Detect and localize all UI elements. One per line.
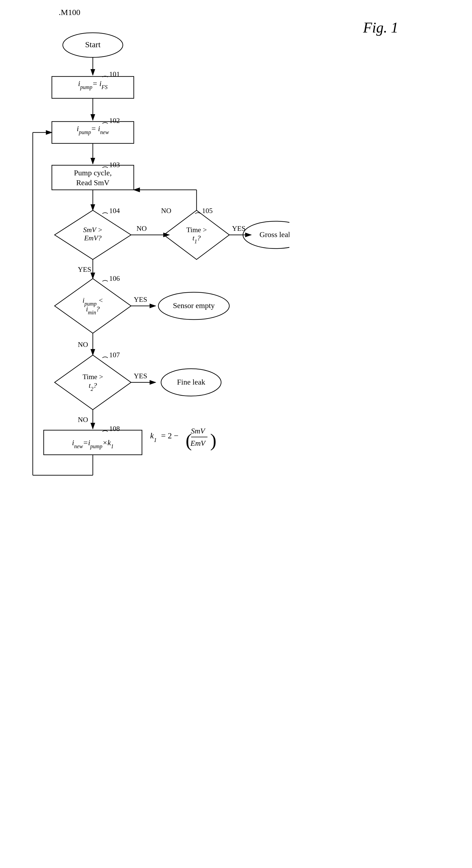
formula-equals: = 2 − [161, 431, 179, 440]
svg-marker-11 [164, 210, 229, 259]
svg-rect-25 [44, 430, 142, 455]
node-103-text: Pump cycle, [74, 168, 112, 177]
node-105-ref: 105 [202, 207, 213, 215]
fig-label: Fig. 1 [363, 19, 398, 36]
node-102-text: ipump= inew [77, 124, 109, 135]
node-101-text: ipump= iFS [78, 79, 107, 90]
flowchart-svg: Start 101 ipump= iFS 102 ipump= inew 103… [17, 17, 289, 849]
page: .M100 Fig. 1 Start 101 ipump= iFS 102 [0, 0, 472, 868]
node-104-text1: SmV > [83, 226, 102, 234]
yes-label-104: YES [78, 266, 91, 273]
fine-leak-label: Fine leak [177, 378, 205, 386]
no-label-107: NO [78, 416, 88, 424]
node-104-text2: EmV? [84, 234, 101, 242]
svg-marker-21 [55, 355, 131, 410]
node-105-text2: t1? [192, 234, 201, 244]
node-107-ref: 107 [109, 351, 120, 359]
yes-label-107: YES [134, 372, 147, 380]
node-104-ref: 104 [109, 207, 120, 215]
node-105-text1: Time > [186, 226, 207, 234]
formula-numerator: SmV [191, 427, 206, 435]
formula-denominator: EmV [190, 439, 206, 447]
no-label-104: NO [136, 224, 147, 232]
formula-paren-close: ) [210, 430, 217, 451]
no-label-105: NO [161, 207, 171, 215]
node-103-text2: Read SmV [76, 178, 109, 187]
node-103-ref: 103 [109, 161, 120, 169]
node-108-text: inew=ipump×k1 [72, 438, 114, 450]
no-label-106: NO [78, 341, 88, 348]
module-label: .M100 [59, 8, 80, 17]
node-107-text2: t2? [89, 381, 97, 392]
start-label: Start [85, 40, 101, 49]
yes-label-105: YES [232, 224, 245, 232]
node-106-ref: 106 [109, 275, 120, 282]
node-108-ref: 108 [109, 425, 120, 433]
gross-leak-label: Gross leak [260, 230, 289, 239]
yes-label-106: YES [134, 296, 147, 304]
node-102-ref: 102 [109, 117, 120, 125]
node-106-text1: ipump < [83, 296, 103, 307]
node-107-text1: Time > [83, 373, 103, 381]
node-101-ref: 101 [109, 70, 120, 78]
sensor-empty-label: Sensor empty [173, 301, 215, 310]
formula-k1: k1 [150, 431, 157, 443]
